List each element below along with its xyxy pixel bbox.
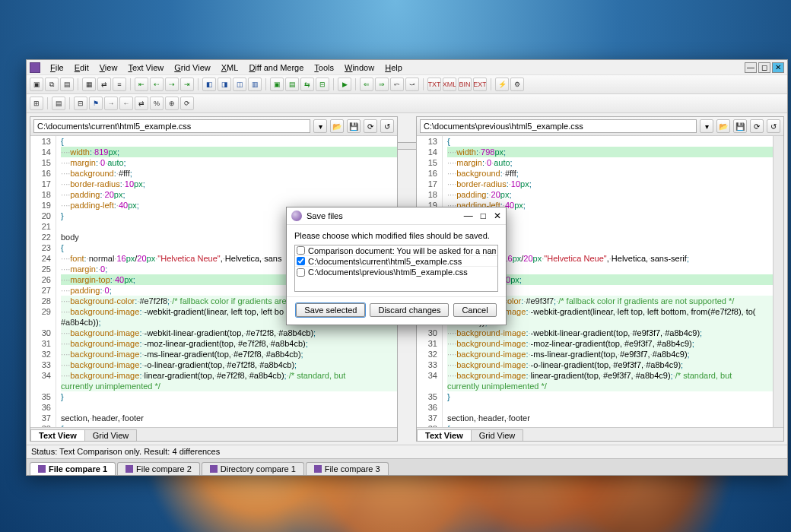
code-line[interactable]: ····border-radius:·10px; xyxy=(447,179,773,189)
view-icon[interactable]: ▤ xyxy=(52,97,65,110)
code-line[interactable]: ····background-image:·-moz-linear-gradie… xyxy=(61,338,397,349)
discard-changes-button[interactable]: Discard changes xyxy=(370,303,449,317)
refresh-icon[interactable]: ⟳ xyxy=(750,119,764,133)
grid-icon[interactable]: ▦ xyxy=(82,78,96,91)
txt-mode-icon[interactable]: TXT xyxy=(427,78,441,91)
file-checkbox[interactable] xyxy=(297,246,305,255)
merge-icon[interactable]: ◫ xyxy=(233,78,246,91)
tab-grid-view[interactable]: Grid View xyxy=(84,429,137,441)
first-diff-icon[interactable]: ⇤ xyxy=(135,78,148,91)
file-checkbox[interactable] xyxy=(297,268,305,277)
menu-xml[interactable]: XML xyxy=(216,62,244,74)
save-icon[interactable]: 💾 xyxy=(733,119,747,133)
menu-edit[interactable]: Edit xyxy=(69,62,94,74)
code-line[interactable]: ····padding:·20px; xyxy=(447,189,773,200)
code-line[interactable]: section,·header,·footer xyxy=(447,413,773,423)
close-button[interactable]: ✕ xyxy=(772,62,784,73)
code-line[interactable]: } xyxy=(61,391,397,402)
save-selected-button[interactable]: Save selected xyxy=(296,303,365,317)
code-line[interactable]: ····background-image:·-o-linear-gradient… xyxy=(447,359,773,370)
mark-icon[interactable]: ▣ xyxy=(270,78,284,91)
prev-diff-icon[interactable]: ⇠ xyxy=(150,78,164,91)
dialog-close-button[interactable]: ✕ xyxy=(494,211,501,221)
code-line[interactable]: ····width:·798px; xyxy=(447,147,773,157)
open-folder-icon[interactable]: 📂 xyxy=(716,119,730,133)
code-line[interactable]: { xyxy=(61,423,397,427)
code-line[interactable]: ····background-image:·-ms-linear-gradien… xyxy=(61,349,397,359)
scrollbar-vertical[interactable] xyxy=(773,136,783,427)
swap-lines-icon[interactable]: ⇄ xyxy=(135,97,148,110)
copy-left-icon[interactable]: ◧ xyxy=(202,78,216,91)
dialog-file-row[interactable]: C:\documents\previous\html5_example.css xyxy=(295,267,497,277)
outdent-icon[interactable]: ← xyxy=(119,97,133,110)
tab-text-view[interactable]: Text View xyxy=(417,429,472,441)
code-line[interactable]: ····margin:·0·auto; xyxy=(61,157,397,168)
collapse-icon[interactable]: ⊟ xyxy=(316,78,329,91)
doc-tab[interactable]: Directory compare 1 xyxy=(202,462,304,475)
code-line[interactable]: ····background-image:·-webkit-linear-gra… xyxy=(61,328,397,338)
bin-mode-icon[interactable]: BIN xyxy=(458,78,472,91)
code-line[interactable]: ····background-image:·-o-linear-gradient… xyxy=(61,359,397,370)
minimize-button[interactable]: — xyxy=(745,62,757,73)
dialog-file-row[interactable]: C:\documents\current\html5_example.css xyxy=(295,256,497,267)
code-line[interactable]: { xyxy=(447,423,773,427)
xml-mode-icon[interactable]: XML xyxy=(443,78,456,91)
code-line[interactable]: ····border-radius:·10px; xyxy=(61,179,397,189)
code-line[interactable]: } xyxy=(447,391,773,402)
code-line[interactable]: ····width:·819px; xyxy=(61,147,397,157)
run-compare-icon[interactable]: ▶ xyxy=(338,78,351,91)
code-line[interactable]: ····padding:·20px; xyxy=(61,189,397,200)
code-line[interactable]: ····background-image:·linear-gradient(to… xyxy=(447,370,773,391)
menu-diff-and-merge[interactable]: Diff and Merge xyxy=(243,62,309,74)
menu-text-view[interactable]: Text View xyxy=(122,62,169,74)
dropdown-icon[interactable]: ▾ xyxy=(700,119,713,133)
undo-merge-icon[interactable]: ⤺ xyxy=(390,78,404,91)
options-icon[interactable]: ⚙ xyxy=(510,78,524,91)
file-checkbox[interactable] xyxy=(297,257,305,265)
expand-all-icon[interactable]: ⊞ xyxy=(30,97,43,110)
right-path-input[interactable] xyxy=(420,119,697,133)
code-line[interactable]: { xyxy=(447,136,773,147)
menu-tools[interactable]: Tools xyxy=(309,62,339,74)
menu-help[interactable]: Help xyxy=(380,62,408,74)
refresh-icon[interactable]: ⟳ xyxy=(364,119,377,133)
reload-icon[interactable]: ↺ xyxy=(380,119,394,133)
three-way-icon[interactable]: ▥ xyxy=(248,78,262,91)
refresh-view-icon[interactable]: ⟳ xyxy=(180,97,194,110)
menu-file[interactable]: File xyxy=(45,62,69,74)
unmark-icon[interactable]: ▤ xyxy=(285,78,299,91)
open-icon[interactable]: ▤ xyxy=(60,78,74,91)
code-line[interactable]: section,·header,·footer xyxy=(61,413,397,423)
quick-compare-icon[interactable]: ⚡ xyxy=(495,78,509,91)
swap-icon[interactable]: ⇄ xyxy=(97,78,111,91)
align-icon[interactable]: ≡ xyxy=(113,78,126,91)
menu-window[interactable]: Window xyxy=(339,62,380,74)
cancel-button[interactable]: Cancel xyxy=(453,303,496,317)
code-line[interactable]: ····background-image:·-moz-linear-gradie… xyxy=(447,338,773,349)
tab-text-view[interactable]: Text View xyxy=(30,429,85,441)
code-line[interactable]: ····background:·#fff; xyxy=(447,168,773,179)
code-line[interactable]: ····background-image:·linear-gradient(to… xyxy=(61,370,397,391)
new-icon[interactable]: ▣ xyxy=(30,78,43,91)
code-line[interactable]: ····background:·#fff; xyxy=(61,168,397,179)
code-line[interactable]: ····background-image:·-ms-linear-gradien… xyxy=(447,349,773,359)
open-folder-icon[interactable]: 📂 xyxy=(330,119,344,133)
code-line[interactable]: ····background-image:·-webkit-linear-gra… xyxy=(447,328,773,338)
menu-grid-view[interactable]: Grid View xyxy=(169,62,216,74)
left-path-input[interactable] xyxy=(33,119,310,133)
bookmark-icon[interactable]: ⚑ xyxy=(89,97,103,110)
doc-tab[interactable]: File compare 2 xyxy=(117,462,200,475)
collapse-all-icon[interactable]: ⊟ xyxy=(74,97,87,110)
percent-icon[interactable]: % xyxy=(150,97,164,110)
code-line[interactable]: { xyxy=(61,136,397,147)
code-line[interactable] xyxy=(61,402,397,413)
tab-grid-view[interactable]: Grid View xyxy=(471,429,523,441)
dialog-file-row[interactable]: Comparison document: You will be asked f… xyxy=(295,245,497,256)
new-compare-icon[interactable]: ⧉ xyxy=(45,78,59,91)
maximize-button[interactable]: ◻ xyxy=(758,62,770,73)
doc-tab[interactable]: File compare 1 xyxy=(30,462,116,475)
redo-merge-icon[interactable]: ⤻ xyxy=(405,78,419,91)
copy-to-left-icon[interactable]: ⇐ xyxy=(360,78,373,91)
menu-view[interactable]: View xyxy=(94,62,123,74)
reload-icon[interactable]: ↺ xyxy=(767,119,780,133)
